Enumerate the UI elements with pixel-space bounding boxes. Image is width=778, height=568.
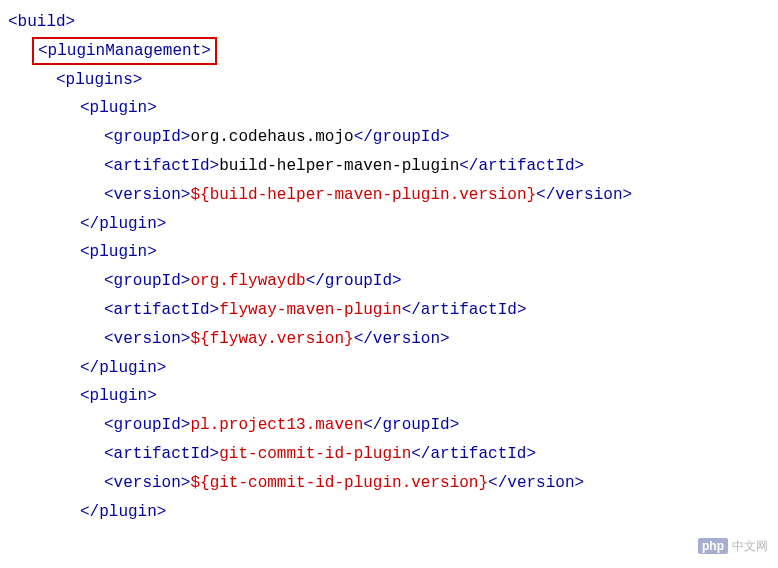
version-value: ${build-helper-maven-plugin.version} — [190, 186, 536, 204]
artifactid-close-tag: </artifactId> — [402, 301, 527, 319]
plugin-close-tag: </plugin> — [80, 359, 166, 377]
version-value: ${git-commit-id-plugin.version} — [190, 474, 488, 492]
plugins-open-tag: <plugins> — [56, 71, 142, 89]
plugin-close-tag: </plugin> — [80, 215, 166, 233]
groupid-open-tag: <groupId> — [104, 128, 190, 146]
groupid-value: pl.project13.maven — [190, 416, 363, 434]
artifactid-value: flyway-maven-plugin — [219, 301, 401, 319]
groupid-value: org.flywaydb — [190, 272, 305, 290]
groupid-value: org.codehaus.mojo — [190, 128, 353, 146]
version-open-tag: <version> — [104, 474, 190, 492]
artifactid-close-tag: </artifactId> — [459, 157, 584, 175]
artifactid-open-tag: <artifactId> — [104, 301, 219, 319]
version-close-tag: </version> — [354, 330, 450, 348]
artifactid-value: build-helper-maven-plugin — [219, 157, 459, 175]
artifactid-open-tag: <artifactId> — [104, 445, 219, 463]
groupid-close-tag: </groupId> — [354, 128, 450, 146]
version-close-tag: </version> — [536, 186, 632, 204]
groupid-close-tag: </groupId> — [363, 416, 459, 434]
artifactid-value: git-commit-id-plugin — [219, 445, 411, 463]
plugin-open-tag: <plugin> — [80, 243, 157, 261]
plugin-close-tag: </plugin> — [80, 503, 166, 521]
artifactid-close-tag: </artifactId> — [411, 445, 536, 463]
artifactid-open-tag: <artifactId> — [104, 157, 219, 175]
groupid-open-tag: <groupId> — [104, 416, 190, 434]
plugin-open-tag: <plugin> — [80, 387, 157, 405]
version-open-tag: <version> — [104, 330, 190, 348]
plugin-management-highlight: <pluginManagement> — [32, 37, 217, 65]
groupid-close-tag: </groupId> — [306, 272, 402, 290]
build-open-tag: <build> — [8, 13, 75, 31]
version-open-tag: <version> — [104, 186, 190, 204]
plugin-open-tag: <plugin> — [80, 99, 157, 117]
groupid-open-tag: <groupId> — [104, 272, 190, 290]
plugin-management-open-tag: <pluginManagement> — [38, 42, 211, 60]
version-value: ${flyway.version} — [190, 330, 353, 348]
version-close-tag: </version> — [488, 474, 584, 492]
